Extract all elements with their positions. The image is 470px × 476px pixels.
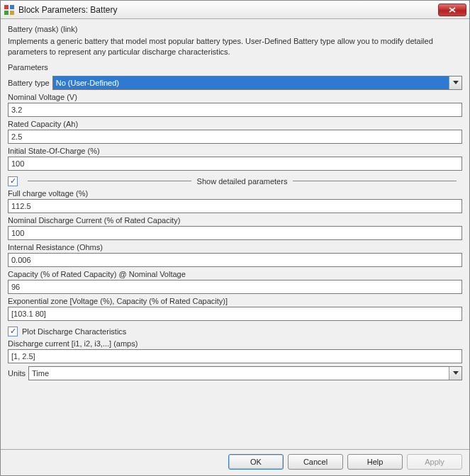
nominal-voltage-field: Nominal Voltage (V) 3.2 bbox=[8, 93, 462, 117]
battery-type-label: Battery type bbox=[8, 79, 50, 87]
initial-soc-label: Initial State-Of-Charge (%) bbox=[8, 147, 462, 155]
nominal-voltage-input[interactable]: 3.2 bbox=[8, 103, 462, 117]
show-detailed-checkbox[interactable] bbox=[8, 176, 18, 186]
rated-capacity-label: Rated Capacity (Ah) bbox=[8, 120, 462, 128]
exponential-zone-label: Exponential zone [Voltage (%), Capacity … bbox=[8, 297, 462, 305]
nominal-discharge-current-input[interactable]: 100 bbox=[8, 226, 462, 240]
internal-resistance-field: Internal Resistance (Ohms) 0.006 bbox=[8, 243, 462, 267]
divider-left bbox=[28, 181, 191, 181]
titlebar: Block Parameters: Battery bbox=[1, 1, 469, 19]
initial-soc-field: Initial State-Of-Charge (%) 100 bbox=[8, 147, 462, 171]
capacity-nominal-voltage-input[interactable]: 96 bbox=[8, 280, 462, 294]
help-button[interactable]: Help bbox=[347, 454, 403, 470]
app-icon bbox=[4, 4, 15, 16]
plot-discharge-checkbox[interactable] bbox=[8, 327, 18, 336]
discharge-current-label: Discharge current [i1, i2, i3,...] (amps… bbox=[8, 339, 462, 348]
full-charge-voltage-field: Full charge voltage (%) 112.5 bbox=[8, 189, 462, 213]
plot-discharge-row: Plot Discharge Characteristics bbox=[8, 327, 462, 336]
chevron-down-icon[interactable] bbox=[449, 367, 461, 380]
rated-capacity-input[interactable]: 2.5 bbox=[8, 130, 462, 144]
chevron-down-icon[interactable] bbox=[449, 76, 461, 89]
ok-button[interactable]: OK bbox=[228, 454, 284, 470]
apply-button: Apply bbox=[407, 454, 462, 470]
initial-soc-input[interactable]: 100 bbox=[8, 157, 462, 171]
capacity-nominal-voltage-field: Capacity (% of Rated Capacity) @ Nominal… bbox=[8, 270, 462, 294]
units-select[interactable]: Time bbox=[28, 366, 462, 380]
full-charge-voltage-label: Full charge voltage (%) bbox=[8, 189, 462, 198]
parameters-heading: Parameters bbox=[8, 63, 462, 72]
nominal-discharge-current-field: Nominal Discharge Current (% of Rated Ca… bbox=[8, 216, 462, 240]
show-detailed-label: Show detailed parameters bbox=[197, 177, 288, 186]
show-detailed-row: Show detailed parameters bbox=[8, 176, 462, 186]
battery-type-select[interactable]: No (User-Defined) bbox=[52, 76, 462, 90]
button-bar: OK Cancel Help Apply bbox=[1, 449, 469, 475]
units-row: Units Time bbox=[8, 366, 462, 380]
discharge-current-field: Discharge current [i1, i2, i3,...] (amps… bbox=[8, 339, 462, 363]
cancel-button[interactable]: Cancel bbox=[288, 454, 343, 470]
rated-capacity-field: Rated Capacity (Ah) 2.5 bbox=[8, 120, 462, 144]
mask-heading: Battery (mask) (link) bbox=[8, 25, 462, 33]
nominal-voltage-label: Nominal Voltage (V) bbox=[8, 93, 462, 101]
capacity-nominal-voltage-label: Capacity (% of Rated Capacity) @ Nominal… bbox=[8, 270, 462, 278]
svg-rect-3 bbox=[10, 11, 14, 15]
units-value: Time bbox=[32, 369, 49, 378]
nominal-discharge-current-label: Nominal Discharge Current (% of Rated Ca… bbox=[8, 216, 462, 225]
full-charge-voltage-input[interactable]: 112.5 bbox=[8, 199, 462, 213]
battery-type-row: Battery type No (User-Defined) bbox=[8, 76, 462, 90]
svg-rect-0 bbox=[4, 5, 9, 9]
dialog-window: Block Parameters: Battery Battery (mask)… bbox=[0, 0, 470, 476]
internal-resistance-input[interactable]: 0.006 bbox=[8, 253, 462, 267]
close-button[interactable] bbox=[438, 4, 466, 16]
window-title: Block Parameters: Battery bbox=[18, 5, 438, 15]
internal-resistance-label: Internal Resistance (Ohms) bbox=[8, 243, 462, 251]
exponential-zone-input[interactable]: [103.1 80] bbox=[8, 307, 462, 321]
content-area: Battery (mask) (link) Implements a gener… bbox=[1, 19, 469, 449]
plot-discharge-label: Plot Discharge Characteristics bbox=[22, 327, 126, 336]
units-label: Units bbox=[8, 369, 26, 378]
svg-rect-1 bbox=[10, 5, 14, 9]
discharge-current-input[interactable]: [1, 2.5] bbox=[8, 349, 462, 363]
exponential-zone-field: Exponential zone [Voltage (%), Capacity … bbox=[8, 297, 462, 321]
svg-rect-2 bbox=[4, 11, 9, 15]
battery-type-value: No (User-Defined) bbox=[56, 79, 119, 87]
divider-right bbox=[293, 181, 457, 181]
description-text: Implements a generic battery that model … bbox=[8, 36, 462, 57]
